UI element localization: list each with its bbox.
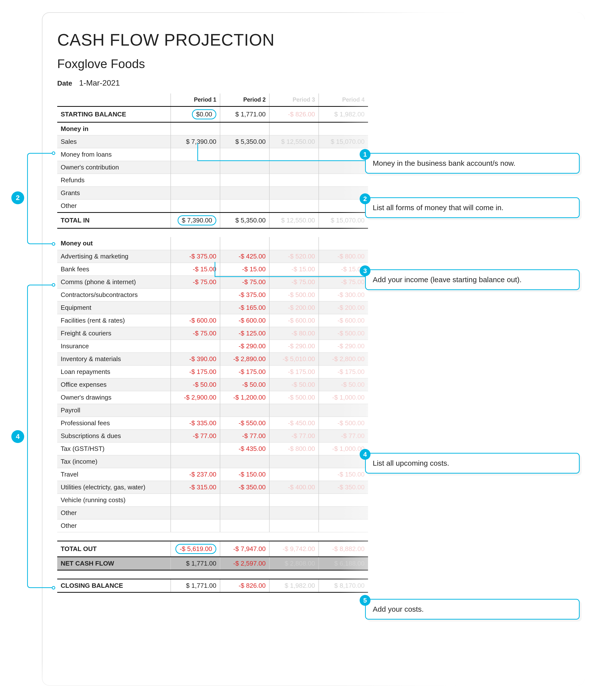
col-period-4: Period 4 xyxy=(319,94,368,106)
money-in-p3: $ 12,550.00 xyxy=(269,135,319,148)
money-in-p1 xyxy=(171,161,220,173)
money-out-p4: -$ 2,800.00 xyxy=(319,352,368,365)
money-out-p2: -$ 165.00 xyxy=(220,301,269,314)
money-out-row-label: Payroll xyxy=(57,404,171,416)
money-out-row-label: Inventory & materials xyxy=(57,352,171,365)
xero-logo-icon: xero xyxy=(511,32,538,58)
money-out-p3: -$ 75.00 xyxy=(269,276,319,288)
cell xyxy=(171,570,220,579)
starting-p2: $ 1,771.00 xyxy=(220,106,269,122)
money-out-p1: -$ 77.00 xyxy=(171,430,220,442)
starting-p1: $0.00 xyxy=(171,106,220,122)
money-out-row-label: Utilities (electricty, gas, water) xyxy=(57,481,171,494)
money-out-p3 xyxy=(269,455,319,468)
cell xyxy=(220,237,269,250)
cell xyxy=(220,228,269,237)
money-out-row-label: Other xyxy=(57,519,171,532)
money-out-p1 xyxy=(171,301,220,314)
callout-badge-1: 1 xyxy=(360,149,371,160)
col-period-3: Period 3 xyxy=(269,94,319,106)
money-in-p2 xyxy=(220,187,269,199)
xero-tagline-1: Beautiful xyxy=(542,36,569,45)
cell xyxy=(57,228,171,237)
money-out-p4: -$ 75.00 xyxy=(319,276,368,288)
money-out-p1: -$ 2,900.00 xyxy=(171,391,220,404)
bracket-money-in xyxy=(27,153,54,244)
money-in-p3 xyxy=(269,148,319,161)
money-out-row-label: Other xyxy=(57,506,171,519)
money-in-p1 xyxy=(171,199,220,212)
money-out-p4 xyxy=(319,404,368,416)
money-out-p2: -$ 550.00 xyxy=(220,416,269,430)
money-out-p3: -$ 175.00 xyxy=(269,365,319,378)
cell xyxy=(171,228,220,237)
money-out-p2 xyxy=(220,404,269,416)
section-money-out: Money out xyxy=(57,237,171,250)
money-out-p1 xyxy=(171,519,220,532)
cell xyxy=(269,237,319,250)
money-out-p1: -$ 335.00 xyxy=(171,416,220,430)
money-out-p3: -$ 400.00 xyxy=(269,481,319,494)
starting-p4: $ 1,982.00 xyxy=(319,106,368,122)
date-row: Date 1-Mar-2021 xyxy=(57,79,275,88)
money-out-p3: -$ 500.00 xyxy=(269,391,319,404)
bracket-badge-2: 2 xyxy=(11,191,24,204)
money-out-p4: -$ 500.00 xyxy=(319,416,368,430)
net-p4: $ 6,188.00 xyxy=(319,557,368,570)
money-out-p2 xyxy=(220,506,269,519)
money-in-p2 xyxy=(220,161,269,173)
bracket-dot xyxy=(52,586,55,590)
money-in-p2: $ 5,350.00 xyxy=(220,135,269,148)
net-p2: -$ 2,597.00 xyxy=(220,557,269,570)
cell xyxy=(319,532,368,541)
bracket-dot xyxy=(52,242,55,246)
money-in-p4 xyxy=(319,173,368,187)
money-out-p1: -$ 50.00 xyxy=(171,378,220,391)
money-out-p2: -$ 150.00 xyxy=(220,468,269,481)
connector xyxy=(214,262,215,276)
money-out-p2: -$ 77.00 xyxy=(220,430,269,442)
money-out-p4: -$ 350.00 xyxy=(319,481,368,494)
money-out-p1: -$ 600.00 xyxy=(171,314,220,327)
money-out-row-label: Office expenses xyxy=(57,378,171,391)
money-out-p1: -$ 390.00 xyxy=(171,352,220,365)
money-in-row-label: Refunds xyxy=(57,173,171,187)
money-out-p2: -$ 435.00 xyxy=(220,442,269,455)
money-out-p1 xyxy=(171,442,220,455)
money-out-p4: -$ 600.00 xyxy=(319,314,368,327)
money-in-p4: $ 15,070.00 xyxy=(319,135,368,148)
bracket-dot xyxy=(52,283,55,287)
cell xyxy=(220,122,269,135)
money-out-p1: -$ 15.00 xyxy=(171,263,220,276)
net-p3: $ 2,808.00 xyxy=(269,557,319,570)
total-out-p4: -$ 8,882.00 xyxy=(319,541,368,557)
row-total-out-label: TOTAL OUT xyxy=(57,541,171,557)
cell xyxy=(220,570,269,579)
row-total-in-label: TOTAL IN xyxy=(57,212,171,228)
total-in-p2: $ 5,350.00 xyxy=(220,212,269,228)
money-in-p1 xyxy=(171,173,220,187)
money-out-p3 xyxy=(269,506,319,519)
closing-p1: $ 1,771.00 xyxy=(171,579,220,592)
total-out-p3: -$ 9,742.00 xyxy=(269,541,319,557)
cashflow-table: Period 1 Period 2 Period 3 Period 4 STAR… xyxy=(57,94,368,593)
money-out-row-label: Subscriptions & dues xyxy=(57,430,171,442)
cell xyxy=(319,570,368,579)
xero-branding: xero Beautiful business xyxy=(511,32,569,58)
section-money-in: Money in xyxy=(57,122,171,135)
money-out-p4: -$ 77.00 xyxy=(319,430,368,442)
callout-badge-4: 4 xyxy=(360,449,371,460)
money-in-row-label: Other xyxy=(57,199,171,212)
money-out-p3 xyxy=(269,404,319,416)
money-out-row-label: Insurance xyxy=(57,340,171,352)
cell xyxy=(269,570,319,579)
money-in-p2 xyxy=(220,173,269,187)
total-in-p1: $ 7,390.00 xyxy=(171,212,220,228)
closing-p3: $ 1,982.00 xyxy=(269,579,319,592)
money-out-row-label: Loan repayments xyxy=(57,365,171,378)
money-out-p2: -$ 2,890.00 xyxy=(220,352,269,365)
money-out-p4 xyxy=(319,506,368,519)
cell xyxy=(319,228,368,237)
cell xyxy=(269,228,319,237)
cell xyxy=(269,122,319,135)
